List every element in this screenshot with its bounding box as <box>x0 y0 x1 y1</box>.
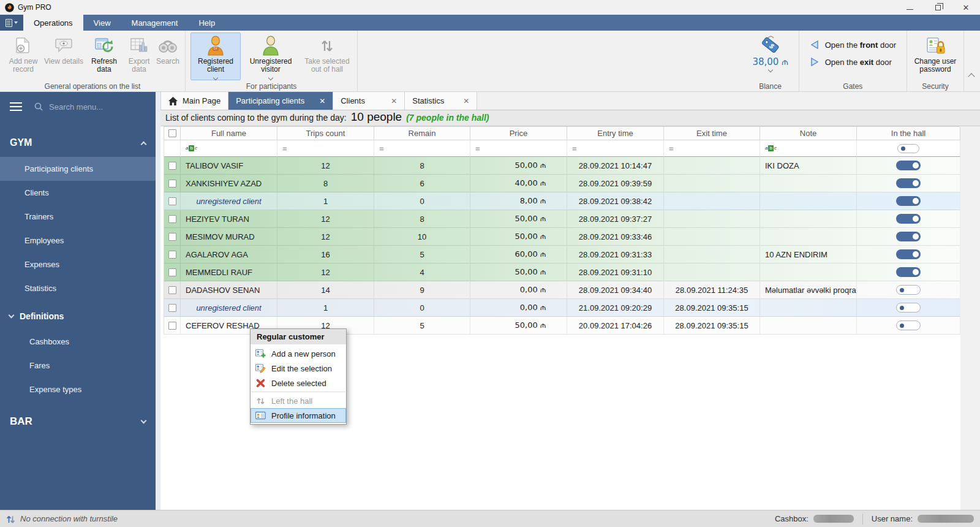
close-button[interactable]: ✕ <box>952 0 980 15</box>
row-checkbox[interactable] <box>168 268 176 276</box>
close-tab-icon[interactable]: ✕ <box>463 97 469 105</box>
tab-participating-clients[interactable]: Participating clients ✕ <box>228 92 333 110</box>
cell-in-the-hall <box>857 299 960 317</box>
export-data-button[interactable]: Export data <box>124 32 154 74</box>
view-details-button[interactable]: View details <box>43 32 84 66</box>
column-header-entry-time[interactable]: Entry time <box>567 127 664 140</box>
unregistered-visitor-button[interactable]: Unregistered visitor <box>246 32 296 80</box>
column-header-remain[interactable]: Remain <box>374 127 470 140</box>
sidebar-section-bar[interactable]: BAR <box>0 408 156 436</box>
sidebar-item-employees[interactable]: Employees <box>0 229 156 252</box>
tab-main-page[interactable]: Main Page <box>160 92 228 110</box>
select-all-checkbox[interactable] <box>168 129 176 137</box>
row-checkbox[interactable] <box>168 304 176 312</box>
table-row[interactable]: DADASHOV SENAN1490,00 ₼28.09.2021 09:34:… <box>164 281 960 299</box>
table-row[interactable]: TALIBOV VASIF12850,00 ₼28.09.2021 10:14:… <box>164 157 960 175</box>
column-header-note[interactable]: Note <box>760 127 857 140</box>
sidebar-item-expense-types[interactable]: Expense types <box>0 377 156 401</box>
cell-in-the-hall <box>857 317 960 335</box>
in-hall-toggle[interactable] <box>896 267 921 277</box>
row-checkbox[interactable] <box>168 215 176 223</box>
in-hall-filter-toggle[interactable] <box>897 144 919 153</box>
filter-exit-time[interactable]: = <box>664 140 760 157</box>
sidebar-item-participating-clients[interactable]: Participating clients <box>0 157 156 181</box>
hamburger-menu-icon[interactable] <box>10 100 22 113</box>
row-checkbox[interactable] <box>168 286 176 294</box>
table-row[interactable]: MEMMEDLI RAUF12450,00 ₼28.09.2021 09:31:… <box>164 264 960 281</box>
table-row[interactable]: unregistered client108,00 ₼28.09.2021 09… <box>164 192 960 210</box>
open-exit-door-button[interactable]: Open the exit door <box>810 57 896 67</box>
table-row[interactable]: HEZIYEV TURAN12850,00 ₼28.09.2021 09:37:… <box>164 210 960 228</box>
in-hall-toggle[interactable] <box>896 214 921 224</box>
refresh-data-button[interactable]: Refresh data <box>84 32 124 74</box>
sidebar-item-expenses[interactable]: Expenses <box>0 252 156 276</box>
row-checkbox[interactable] <box>168 180 176 188</box>
close-tab-icon[interactable]: ✕ <box>319 97 325 105</box>
menu-item-edit-selection[interactable]: Edit the selection <box>251 361 346 376</box>
tab-clients[interactable]: Clients ✕ <box>333 92 405 110</box>
sidebar-section-definitions[interactable]: Definitions <box>0 303 156 330</box>
menu-item-add-new-person[interactable]: Add a new person <box>251 346 346 361</box>
row-checkbox[interactable] <box>168 322 176 330</box>
filter-remain[interactable]: = <box>374 140 470 157</box>
in-hall-toggle[interactable] <box>896 285 921 295</box>
cell-price: 0,00 ₼ <box>470 299 567 317</box>
restore-button[interactable] <box>924 0 952 15</box>
menu-tab-management[interactable]: Management <box>121 15 189 31</box>
menu-item-profile-information[interactable]: Profile information <box>251 408 346 423</box>
filter-row: abc = = = = = abc <box>164 140 960 157</box>
row-checkbox[interactable] <box>168 197 176 205</box>
filter-trips-count[interactable]: = <box>277 140 374 157</box>
filter-note[interactable]: abc <box>760 140 857 157</box>
column-header-exit-time[interactable]: Exit time <box>664 127 760 140</box>
application-menu-button[interactable] <box>0 15 23 31</box>
sidebar-section-gym[interactable]: GYM <box>0 129 156 157</box>
home-icon <box>168 97 178 105</box>
filter-full-name[interactable]: abc <box>181 140 277 157</box>
sidebar-item-statistics[interactable]: Statistics <box>0 276 156 300</box>
in-hall-toggle[interactable] <box>896 320 921 330</box>
filter-in-the-hall[interactable] <box>857 140 960 157</box>
sidebar-search[interactable]: Search menu... <box>34 102 103 112</box>
menu-tab-operations[interactable]: Operations <box>23 15 83 31</box>
row-checkbox[interactable] <box>168 162 176 170</box>
column-header-price[interactable]: Price <box>470 127 567 140</box>
menu-item-delete-selected[interactable]: Delete selected <box>251 376 346 390</box>
minimize-button[interactable] <box>895 0 924 15</box>
sidebar-item-cashboxes[interactable]: Cashboxes <box>0 330 156 354</box>
in-hall-toggle[interactable] <box>896 303 921 313</box>
take-out-of-hall-button[interactable]: Take selected out of hall <box>302 32 352 74</box>
menu-tab-help[interactable]: Help <box>188 15 225 31</box>
table-row[interactable]: AGALAROV AGA16560,00 ₼28.09.2021 09:31:3… <box>164 246 960 264</box>
registered-client-button[interactable]: DX Registered client <box>190 32 241 80</box>
filter-price[interactable]: = <box>470 140 567 157</box>
column-header-full-name[interactable]: Full name <box>181 127 277 140</box>
row-checkbox[interactable] <box>168 233 176 241</box>
cell-in-the-hall <box>857 281 960 299</box>
filter-entry-time[interactable]: = <box>567 140 664 157</box>
sidebar-item-clients[interactable]: Clients <box>0 181 156 205</box>
sidebar-item-trainers[interactable]: Trainers <box>0 205 156 229</box>
in-hall-toggle[interactable] <box>896 232 921 241</box>
column-header-in-the-hall[interactable]: In the hall <box>857 127 960 140</box>
row-checkbox[interactable] <box>168 251 176 259</box>
search-button[interactable]: Search <box>154 32 182 66</box>
in-hall-toggle[interactable] <box>896 178 921 188</box>
close-tab-icon[interactable]: ✕ <box>391 97 397 105</box>
table-row[interactable]: XANKISHIYEV AZAD8640,00 ₼28.09.2021 09:3… <box>164 175 960 192</box>
add-new-record-button[interactable]: Add new record <box>3 32 43 74</box>
sidebar-item-fares[interactable]: Fares <box>0 354 156 377</box>
menu-tab-view[interactable]: View <box>83 15 121 31</box>
in-hall-toggle[interactable] <box>896 161 921 170</box>
table-row[interactable]: MESIMOV MURAD121050,00 ₼28.09.2021 09:33… <box>164 228 960 246</box>
in-hall-toggle[interactable] <box>896 249 921 259</box>
open-front-door-button[interactable]: Open the front door <box>810 40 896 50</box>
menu-item-left-the-hall[interactable]: Left the hall <box>251 393 346 408</box>
cell-full-name: MESIMOV MURAD <box>181 228 277 246</box>
tab-statistics[interactable]: Statistics ✕ <box>405 92 477 110</box>
in-hall-toggle[interactable] <box>896 196 921 206</box>
change-user-password-button[interactable]: Change user password <box>910 32 960 74</box>
balance-button[interactable]: $ 38,00 ₼ <box>745 32 795 72</box>
column-header-trips-count[interactable]: Trips count <box>277 127 374 140</box>
table-row[interactable]: unregistered client100,00 ₼21.09.2021 09… <box>164 299 960 317</box>
